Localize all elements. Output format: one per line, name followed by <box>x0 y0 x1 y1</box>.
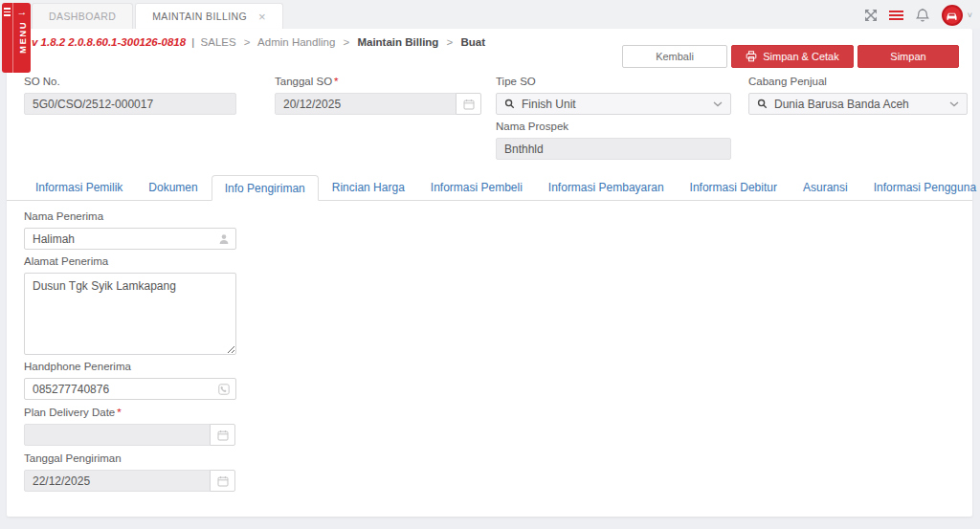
tab-informasi-pengguna[interactable]: Informasi Pengguna <box>861 175 980 201</box>
menu-ribbon-button[interactable]: → MENU <box>2 3 31 73</box>
content-card: v 1.8.2 2.0.8.60.1-300126-0818 | SALES >… <box>7 29 972 517</box>
plan-delivery-date-label: Plan Delivery Date <box>24 407 115 418</box>
nama-prospek-input <box>496 138 731 160</box>
field-tanggal-pengiriman: Tanggal Pengiriman <box>24 452 236 492</box>
field-nama-penerima: Nama Penerima <box>24 210 236 250</box>
tab-informasi-pembeli[interactable]: Informasi Pembeli <box>418 175 535 201</box>
tab-dashboard-label: DASHBOARD <box>49 11 116 22</box>
cabang-penjual-value: Dunia Barusa Banda Aceh <box>774 98 944 111</box>
chevron-down-icon[interactable]: ˅ <box>968 11 972 20</box>
section-tab-bar: Informasi Pemilik Dokumen Info Pengirima… <box>7 175 972 201</box>
notification-bell-icon[interactable] <box>915 8 930 24</box>
alamat-penerima-label: Alamat Penerima <box>24 255 236 267</box>
app-version: v 1.8.2 2.0.8.60.1-300126-0818 <box>32 36 186 48</box>
calendar-icon <box>463 99 475 110</box>
close-icon[interactable]: × <box>258 11 266 23</box>
breadcrumb-separator: > <box>244 36 251 48</box>
breadcrumb-separator: > <box>447 36 454 48</box>
breadcrumb-item-buat: Buat <box>461 36 486 48</box>
user-avatar-car-icon[interactable] <box>942 5 963 26</box>
tipe-so-value: Finish Unit <box>522 98 707 111</box>
menu-hamburger-icon <box>2 3 13 73</box>
save-and-print-label: Simpan & Cetak <box>763 51 838 62</box>
breadcrumb-item-admin-handling[interactable]: Admin Handling <box>257 36 335 48</box>
app-window: DASHBOARD MAINTAIN BILLING × <box>0 0 980 529</box>
tab-maintain-billing-label: MAINTAIN BILLING <box>152 11 247 22</box>
handphone-penerima-input[interactable] <box>24 378 236 400</box>
handphone-penerima-label: Handphone Penerima <box>24 361 236 372</box>
calendar-icon <box>217 430 229 441</box>
so-no-label: SO No. <box>24 76 236 87</box>
cabang-penjual-select[interactable]: Dunia Barusa Banda Aceh <box>748 93 968 115</box>
tipe-so-select[interactable]: Finish Unit <box>496 93 731 115</box>
search-icon <box>757 99 768 109</box>
fullscreen-expand-icon[interactable] <box>864 9 878 22</box>
tanggal-pengiriman-label: Tanggal Pengiriman <box>24 452 236 464</box>
tab-dokumen[interactable]: Dokumen <box>136 175 210 201</box>
action-buttons: Kembali Simpan & Cetak Simpan <box>622 45 959 68</box>
tab-info-pengiriman[interactable]: Info Pengiriman <box>212 175 319 201</box>
alamat-penerima-textarea[interactable]: Dusun Tgk Syik Lamkapang <box>24 273 236 355</box>
search-icon <box>504 99 515 109</box>
breadcrumb-item-maintain-billing[interactable]: Maintain Billing <box>357 36 438 48</box>
field-tanggal-so: Tanggal SO* <box>275 76 482 115</box>
breadcrumb-separator: > <box>344 36 350 48</box>
tanggal-so-calendar-button[interactable] <box>456 93 481 115</box>
field-alamat-penerima: Alamat Penerima Dusun Tgk Syik Lamkapang <box>24 255 236 359</box>
field-nama-prospek: Nama Prospek <box>496 121 731 160</box>
window-tabs: DASHBOARD MAINTAIN BILLING × <box>32 3 285 29</box>
tab-rincian-harga[interactable]: Rincian Harga <box>320 175 417 201</box>
chevron-down-icon <box>713 101 723 107</box>
plan-delivery-date-calendar-button[interactable] <box>210 424 235 446</box>
tanggal-so-label: Tanggal SO <box>275 76 332 87</box>
so-no-input <box>24 93 236 115</box>
top-tab-strip: DASHBOARD MAINTAIN BILLING × <box>0 0 980 29</box>
tab-informasi-pembayaran[interactable]: Informasi Pembayaran <box>536 175 677 201</box>
calendar-icon <box>217 475 229 487</box>
field-so-no: SO No. <box>24 76 236 115</box>
cabang-penjual-label: Cabang Penjual <box>748 76 968 87</box>
field-cabang-penjual: Cabang Penjual Dunia Barusa Banda Aceh <box>748 76 968 115</box>
topbar-icons: ˅ <box>864 5 972 26</box>
tanggal-so-input <box>275 93 457 115</box>
plan-delivery-date-input <box>24 424 211 446</box>
required-mark: * <box>117 407 121 418</box>
nama-prospek-label: Nama Prospek <box>496 121 731 132</box>
save-button[interactable]: Simpan <box>858 45 959 68</box>
field-handphone-penerima: Handphone Penerima <box>24 361 236 400</box>
tab-informasi-pemilik[interactable]: Informasi Pemilik <box>23 175 135 201</box>
field-tipe-so: Tipe SO Finish Unit <box>496 76 731 115</box>
breadcrumb-section: SALES <box>201 36 236 48</box>
menu-ribbon-body: → MENU <box>13 3 31 73</box>
nama-penerima-input[interactable] <box>24 228 236 250</box>
arrow-right-icon: → <box>17 6 28 18</box>
tanggal-pengiriman-calendar-button[interactable] <box>210 470 235 492</box>
tab-asuransi[interactable]: Asuransi <box>791 175 860 201</box>
tab-dashboard[interactable]: DASHBOARD <box>32 3 133 29</box>
back-button[interactable]: Kembali <box>622 45 727 68</box>
nama-penerima-label: Nama Penerima <box>24 210 236 222</box>
printer-icon <box>746 51 757 62</box>
tab-informasi-debitur[interactable]: Informasi Debitur <box>678 175 790 201</box>
required-mark: * <box>334 76 338 87</box>
breadcrumb-pipe: | <box>191 36 194 48</box>
save-and-print-button[interactable]: Simpan & Cetak <box>731 45 854 68</box>
tab-maintain-billing[interactable]: MAINTAIN BILLING × <box>135 3 283 29</box>
breadcrumb: v 1.8.2 2.0.8.60.1-300126-0818 | SALES >… <box>32 36 485 48</box>
tipe-so-label: Tipe SO <box>496 76 731 87</box>
menu-lines-icon[interactable] <box>889 9 903 23</box>
field-plan-delivery-date: Plan Delivery Date* <box>24 407 236 446</box>
menu-label: MENU <box>17 21 28 54</box>
tanggal-pengiriman-input <box>24 470 211 492</box>
chevron-down-icon <box>949 101 959 107</box>
